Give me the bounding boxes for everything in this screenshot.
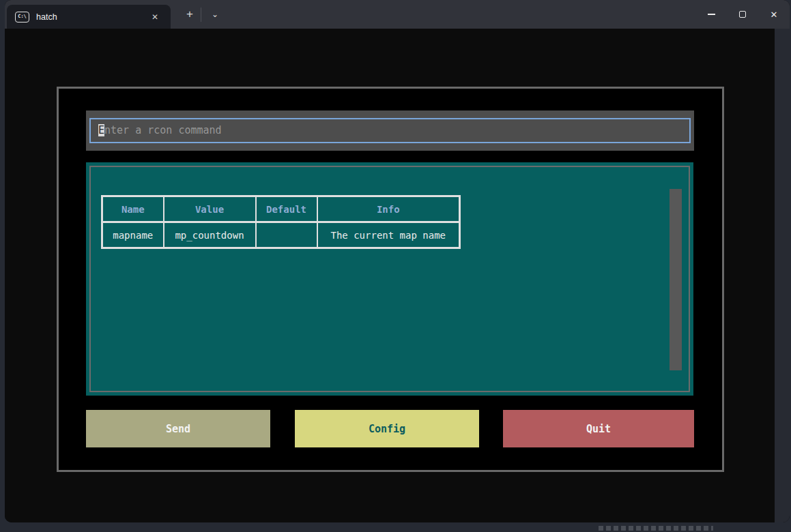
minimize-button[interactable] — [695, 0, 727, 29]
cell-info: The current map name — [317, 222, 460, 248]
terminal-icon: C:\ — [15, 12, 29, 23]
close-button[interactable]: ✕ — [758, 0, 790, 29]
input-placeholder: nter a rcon command — [104, 124, 222, 136]
header-info: Info — [317, 196, 460, 222]
header-value: Value — [164, 196, 256, 222]
maximize-button[interactable] — [727, 0, 758, 29]
tab-hatch[interactable]: C:\ hatch ✕ — [7, 5, 171, 29]
terminal-scrollbar-track[interactable] — [775, 29, 790, 522]
text-cursor: E — [98, 124, 104, 136]
cell-value: mp_countdown — [164, 222, 256, 248]
app-scrollbar-thumb[interactable] — [670, 189, 682, 370]
maximize-icon — [739, 11, 746, 18]
wallpaper-artifact — [599, 526, 713, 531]
cell-default — [256, 222, 317, 248]
tab-separator — [201, 8, 201, 22]
tab-title: hatch — [36, 12, 57, 22]
rcon-command-input[interactable]: Enter a rcon command — [89, 118, 691, 143]
send-button[interactable]: Send — [86, 410, 270, 447]
new-tab-button[interactable]: + — [178, 6, 201, 24]
terminal-window: C:\ hatch ✕ + ⌄ ✕ Ente — [5, 0, 790, 522]
header-default: Default — [256, 196, 317, 222]
minimize-icon — [708, 14, 715, 15]
tab-close-icon[interactable]: ✕ — [147, 10, 162, 25]
cell-name: mapname — [102, 222, 164, 248]
cvar-table: Name Value Default Info mapname mp_count… — [101, 195, 461, 249]
config-button[interactable]: Config — [295, 410, 479, 447]
quit-button[interactable]: Quit — [503, 410, 694, 447]
header-name: Name — [102, 196, 164, 222]
table-header-row: Name Value Default Info — [102, 196, 460, 222]
desktop: C:\ hatch ✕ + ⌄ ✕ Ente — [0, 0, 791, 532]
titlebar: C:\ hatch ✕ + ⌄ ✕ — [5, 0, 790, 29]
table-row[interactable]: mapname mp_countdown The current map nam… — [102, 222, 460, 248]
window-controls: ✕ — [695, 0, 790, 29]
tab-dropdown-button[interactable]: ⌄ — [205, 6, 225, 24]
